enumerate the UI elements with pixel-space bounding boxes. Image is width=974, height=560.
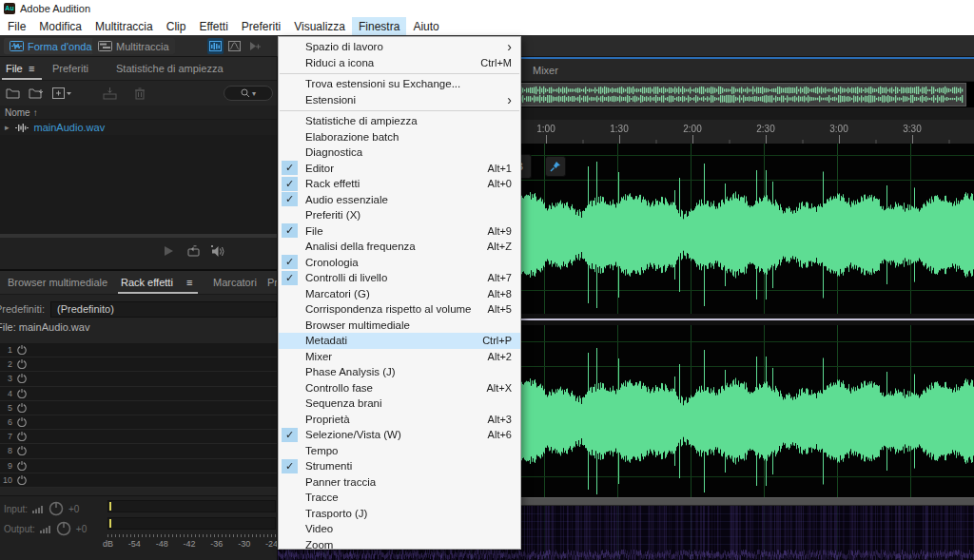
preset-select[interactable]: (Predefinito) (50, 301, 277, 318)
effect-slot-4[interactable]: 4 (0, 387, 277, 401)
menu-item-riduci-a-icona[interactable]: Riduci a iconaCtrl+M (279, 55, 520, 71)
slot-number: 3 (0, 374, 12, 383)
power-icon[interactable] (17, 403, 27, 413)
menu-item-audio-essenziale[interactable]: ✓Audio essenziale (279, 192, 520, 208)
menu-item-propriet[interactable]: ProprietàAlt+3 (279, 412, 520, 428)
menu-item-mixer[interactable]: MixerAlt+2 (279, 349, 520, 365)
effect-slot-6[interactable]: 6 (0, 415, 277, 430)
pin-button[interactable] (545, 156, 566, 177)
fx-panel-menu-icon[interactable]: ≡ (186, 277, 192, 288)
menu-item-label: Marcatori (G) (305, 288, 488, 299)
power-icon[interactable] (17, 417, 27, 427)
menu-item-rack-effetti[interactable]: ✓Rack effettiAlt+0 (279, 176, 520, 192)
play-icon[interactable] (164, 245, 174, 257)
menu-item-spazio-di-lavoro[interactable]: Spazio di lavoro› (279, 39, 520, 55)
file-row-mainaudio[interactable]: ▸ mainAudio.wav (0, 120, 277, 135)
menu-item-elaborazione-batch[interactable]: Elaborazione batch (279, 129, 520, 145)
menubar-item-aiuto[interactable]: Aiuto (406, 17, 445, 35)
menubar-item-clip[interactable]: Clip (160, 17, 193, 35)
menu-item-sequenza-brani[interactable]: Sequenza brani (279, 396, 520, 412)
tab-mixer[interactable]: Mixer (533, 65, 558, 76)
menu-item-controlli-di-livello[interactable]: ✓Controlli di livelloAlt+7 (279, 270, 520, 286)
power-icon[interactable] (17, 389, 27, 398)
effect-slot-9[interactable]: 9 (0, 459, 277, 473)
power-icon[interactable] (17, 374, 27, 383)
menubar-item-visualizza[interactable]: Visualizza (287, 17, 352, 35)
input-knob[interactable] (49, 501, 64, 516)
menu-item-video[interactable]: Video (279, 521, 520, 537)
new-content-icon[interactable] (52, 87, 71, 99)
speaker-icon[interactable] (211, 245, 225, 258)
menu-item-panner-traccia[interactable]: Panner traccia (279, 474, 520, 491)
files-panel-tabbar: File ≡ Preferiti Statistiche di ampiezza (0, 57, 277, 81)
menu-item-controllo-fase[interactable]: Controllo faseAlt+X (279, 380, 520, 396)
power-icon[interactable] (17, 446, 27, 455)
menu-item-cronologia[interactable]: ✓Cronologia (279, 255, 520, 271)
menu-item-tracce[interactable]: Tracce (279, 490, 520, 506)
tab-file[interactable]: File (6, 63, 23, 74)
menubar-item-effetti[interactable]: Effetti (192, 17, 234, 35)
menu-item-label: Strumenti (305, 460, 512, 472)
menu-item-label: Video (305, 523, 512, 534)
menu-item-phase-analysis-j[interactable]: Phase Analysis (J) (279, 364, 520, 380)
loop-playback-icon[interactable] (186, 245, 201, 258)
waveform-button-label: Forma d'onda (28, 41, 92, 52)
tab-browser-multimediale[interactable]: Browser multimediale (8, 277, 107, 288)
effect-slot-8[interactable]: 8 (0, 444, 277, 458)
effect-slot-5[interactable]: 5 (0, 401, 277, 415)
menu-item-zoom[interactable]: Zoom (279, 537, 520, 553)
menu-item-statistiche-di-ampiezza[interactable]: Statistiche di ampiezza (279, 113, 520, 129)
effect-slot-7[interactable]: 7 (0, 430, 277, 444)
effect-slot-10[interactable]: 10 (0, 473, 277, 488)
effect-slot-1[interactable]: 1 (0, 343, 277, 357)
tab-statistiche[interactable]: Statistiche di ampiezza (116, 63, 224, 74)
menu-item-marcatori-g[interactable]: Marcatori (G)Alt+8 (279, 286, 520, 302)
menu-item-label: Selezione/Vista (W) (305, 429, 488, 440)
panel-menu-icon[interactable]: ≡ (29, 63, 34, 74)
menu-item-trasporto-j[interactable]: Trasporto (J) (279, 506, 520, 522)
power-icon[interactable] (17, 432, 27, 441)
menubar-item-file[interactable]: File (1, 17, 32, 35)
tab-marcatori[interactable]: Marcatori (213, 277, 257, 288)
menu-item-browser-multimediale[interactable]: Browser multimediale (279, 318, 520, 334)
menu-item-corrispondenza-rispetto-al-volume[interactable]: Corrispondenza rispetto al volumeAlt+5 (279, 301, 520, 318)
checkmark-placeholder (282, 286, 298, 300)
menu-item-trova-estensioni-su-exchange[interactable]: Trova estensioni su Exchange... (279, 76, 520, 92)
menubar-item-multitraccia[interactable]: Multitraccia (88, 17, 160, 35)
waveform-view-button[interactable]: Forma d'onda (4, 38, 98, 54)
power-icon[interactable] (17, 359, 27, 369)
checkmark-placeholder (282, 77, 298, 91)
power-icon[interactable] (17, 475, 27, 485)
output-knob[interactable] (56, 521, 71, 536)
menubar-item-finestra[interactable]: Finestra (352, 17, 406, 35)
menu-item-selezione-vista-w[interactable]: ✓Selezione/Vista (W)Alt+6 (279, 427, 520, 443)
power-icon[interactable] (17, 345, 27, 355)
menu-item-preferiti-x[interactable]: Preferiti (X) (279, 207, 520, 223)
tab-rack-effetti[interactable]: Rack effetti (121, 277, 173, 288)
menu-item-estensioni[interactable]: Estensioni› (279, 92, 520, 108)
effect-slot-3[interactable]: 3 (0, 372, 277, 386)
move-tool-icon[interactable] (246, 38, 263, 54)
expand-twisty-icon[interactable]: ▸ (5, 123, 10, 132)
menubar-item-modifica[interactable]: Modifica (32, 17, 88, 35)
files-column-header[interactable]: Nome ↑ (0, 106, 277, 120)
open-file-icon[interactable] (6, 87, 20, 99)
menu-item-strumenti[interactable]: ✓Strumenti (279, 458, 520, 474)
menu-item-editor[interactable]: ✓EditorAlt+1 (279, 161, 520, 177)
menu-item-tempo[interactable]: Tempo (279, 443, 520, 459)
tab-preferiti[interactable]: Preferiti (52, 63, 88, 74)
multitrack-view-button[interactable]: Multitraccia (92, 38, 175, 54)
power-icon[interactable] (17, 461, 27, 471)
effect-slot-2[interactable]: 2 (0, 357, 277, 372)
menu-item-diagnostica[interactable]: Diagnostica (279, 145, 520, 161)
import-file-icon[interactable] (29, 87, 44, 99)
menu-shortcut: Ctrl+M (480, 57, 512, 68)
search-input[interactable]: ▾ (224, 86, 273, 101)
menu-item-metadati[interactable]: MetadatiCtrl+P (279, 333, 520, 349)
menu-item-file[interactable]: ✓FileAlt+9 (279, 223, 520, 240)
menu-item-analisi-della-frequenza[interactable]: Analisi della frequenzaAlt+Z (279, 239, 520, 255)
show-waveform-icon[interactable] (207, 38, 224, 54)
menubar-item-preferiti[interactable]: Preferiti (235, 17, 287, 35)
show-spectral-icon[interactable] (226, 38, 243, 54)
tab-proprieta[interactable]: Proprietà (267, 277, 278, 288)
